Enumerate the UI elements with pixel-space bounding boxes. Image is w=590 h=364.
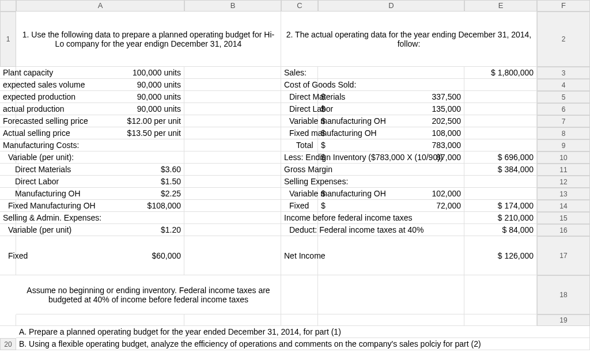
cell[interactable] — [464, 188, 537, 200]
cell[interactable]: Gross Margin — [281, 164, 318, 176]
cell[interactable] — [318, 79, 464, 91]
cell[interactable] — [184, 224, 281, 236]
cell[interactable]: $ 696,000 — [464, 151, 537, 164]
cell[interactable] — [184, 176, 281, 188]
cell[interactable] — [464, 115, 537, 127]
cell[interactable]: $337,500 — [318, 91, 464, 103]
cell[interactable] — [281, 275, 318, 314]
row-header[interactable]: 5 — [537, 91, 590, 103]
cell[interactable]: $102,000 — [318, 188, 464, 200]
cell[interactable]: $1.20 — [16, 224, 184, 236]
cell[interactable]: $783,000 — [318, 139, 464, 151]
cell[interactable]: Fixed Manufacturing OH — [0, 200, 16, 212]
cell[interactable]: $ 1,800,000 — [464, 67, 537, 79]
cell[interactable] — [464, 79, 537, 91]
row-header[interactable]: 1 — [0, 12, 16, 67]
col-header-b[interactable]: B — [184, 0, 281, 12]
cell[interactable]: 90,000 units — [16, 103, 184, 115]
cell[interactable]: 100,000 units — [16, 67, 184, 79]
row-header[interactable]: 3 — [537, 67, 590, 79]
col-header-a[interactable]: A — [16, 0, 184, 12]
cell[interactable]: Selling & Admin. Expenses: — [0, 212, 16, 224]
cell[interactable] — [184, 127, 281, 139]
cell[interactable] — [464, 139, 537, 151]
cell[interactable]: Forecasted selling price — [0, 115, 16, 127]
select-all-corner[interactable] — [0, 0, 16, 12]
cell[interactable]: $ 174,000 — [464, 200, 537, 212]
cell-d1[interactable]: 2. The actual operating data for the yea… — [281, 12, 537, 67]
cell[interactable] — [318, 67, 464, 79]
cell[interactable] — [184, 151, 281, 164]
cell[interactable]: Variable (per unit): — [0, 151, 16, 164]
cell[interactable] — [184, 236, 281, 275]
cell[interactable] — [184, 314, 281, 326]
cell[interactable]: Manufacturing Costs: — [0, 139, 16, 151]
cell[interactable] — [318, 176, 464, 188]
row-header[interactable]: 15 — [537, 212, 590, 224]
row-header[interactable]: 7 — [537, 115, 590, 127]
cell[interactable]: Variable manufacturing OH — [281, 115, 318, 127]
cell[interactable] — [184, 103, 281, 115]
cell[interactable]: actual production — [0, 103, 16, 115]
col-header-f[interactable]: F — [537, 0, 590, 12]
col-header-c[interactable]: C — [281, 0, 318, 12]
cell[interactable]: $ 84,000 — [464, 224, 537, 236]
cell[interactable] — [184, 79, 281, 91]
row-header[interactable]: 17 — [537, 236, 590, 275]
cell[interactable] — [464, 176, 537, 188]
cell[interactable]: Fixed — [281, 200, 318, 212]
row-header[interactable]: 2 — [537, 12, 590, 67]
cell[interactable]: $202,500 — [318, 115, 464, 127]
row-header[interactable]: 9 — [537, 139, 590, 151]
cell[interactable] — [184, 164, 281, 176]
cell[interactable]: $108,000 — [318, 127, 464, 139]
cell[interactable]: Selling Expenses: — [281, 176, 318, 188]
cell[interactable]: Direct Labor — [281, 103, 318, 115]
cell[interactable] — [318, 224, 464, 236]
row-header[interactable]: 19 — [537, 314, 590, 326]
cell[interactable]: Sales: — [281, 67, 318, 79]
cell[interactable]: $12.00 per unit — [16, 115, 184, 127]
cell[interactable]: Fixed — [0, 236, 16, 275]
cell[interactable]: Direct Materials — [281, 91, 318, 103]
cell[interactable] — [318, 164, 464, 176]
cell[interactable] — [318, 212, 464, 224]
cell[interactable] — [464, 103, 537, 115]
cell[interactable]: Actual selling price — [0, 127, 16, 139]
cell[interactable]: $135,000 — [318, 103, 464, 115]
cell[interactable] — [184, 188, 281, 200]
row-header[interactable]: 18 — [537, 275, 590, 314]
cell[interactable]: Plant capacity — [0, 67, 16, 79]
cell[interactable] — [184, 200, 281, 212]
row-header[interactable]: 10 — [537, 151, 590, 164]
cell[interactable]: $ 210,000 — [464, 212, 537, 224]
cell[interactable]: Net Income — [281, 236, 318, 275]
row-header[interactable]: 4 — [537, 79, 590, 91]
cell[interactable] — [184, 115, 281, 127]
row-header[interactable]: 6 — [537, 103, 590, 115]
cell[interactable]: $ 126,000 — [464, 236, 537, 275]
cell[interactable]: Variable manufacturing OH — [281, 188, 318, 200]
cell[interactable]: $1.50 — [16, 176, 184, 188]
cell[interactable]: Fixed manufacturing OH — [281, 127, 318, 139]
row-header[interactable]: 12 — [537, 176, 590, 188]
row-header[interactable]: 11 — [537, 164, 590, 176]
cell-a20[interactable]: B. Using a flexible operating budget, an… — [16, 338, 590, 350]
spreadsheet-grid[interactable]: A B C D E F 1 1. Use the following data … — [0, 0, 590, 350]
cell[interactable] — [16, 139, 184, 151]
cell[interactable]: $13.50 per unit — [16, 127, 184, 139]
cell[interactable]: $108,000 — [16, 200, 184, 212]
cell[interactable] — [464, 127, 537, 139]
cell[interactable]: Deduct: Federal income taxes at 40% — [281, 224, 318, 236]
cell[interactable]: $87,000 — [318, 151, 464, 164]
cell[interactable] — [464, 314, 537, 326]
cell[interactable]: Less: Endign Inventory ($783,000 X (10/9… — [281, 151, 318, 164]
cell[interactable]: $2.25 — [16, 188, 184, 200]
cell[interactable]: expected production — [0, 91, 16, 103]
cell[interactable] — [184, 212, 281, 224]
cell[interactable]: 90,000 units — [16, 91, 184, 103]
cell[interactable] — [184, 139, 281, 151]
col-header-d[interactable]: D — [318, 0, 464, 12]
cell[interactable]: $ 384,000 — [464, 164, 537, 176]
cell[interactable] — [464, 275, 537, 314]
